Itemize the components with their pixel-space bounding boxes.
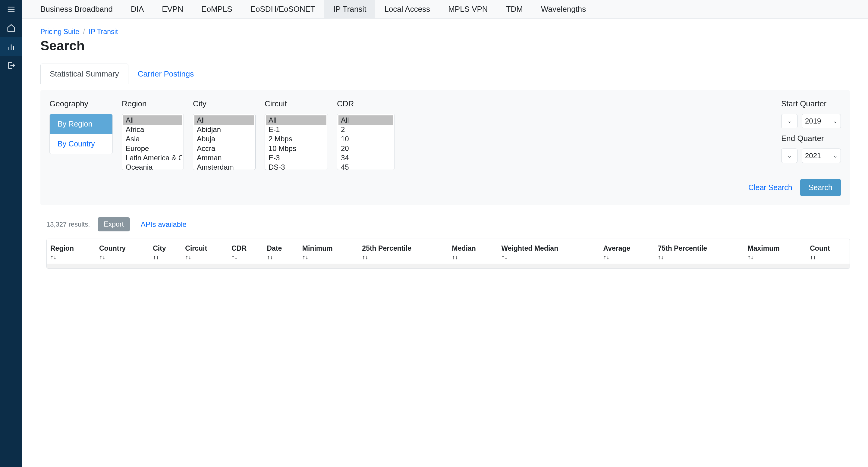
tab-tdm[interactable]: TDM: [506, 0, 523, 19]
nav-logout[interactable]: [0, 56, 22, 75]
end-quarter-label: End Quarter: [781, 134, 841, 143]
tab-mpls-vpn[interactable]: MPLS VPN: [448, 0, 488, 19]
main-content: Business Broadband DIA EVPN EoMPLS EoSDH…: [22, 0, 868, 467]
search-button[interactable]: Search: [800, 179, 841, 196]
region-option[interactable]: Latin America & Carib: [123, 153, 182, 162]
city-listbox[interactable]: All Abidjan Abuja Accra Amman Amsterdam …: [193, 114, 255, 170]
city-option[interactable]: Accra: [194, 144, 254, 153]
col-75th-percentile[interactable]: 75th Percentile↑↓: [654, 239, 744, 263]
col-minimum[interactable]: Minimum↑↓: [299, 239, 359, 263]
end-year-select[interactable]: 2021⌄: [802, 149, 841, 163]
col-date[interactable]: Date↑↓: [264, 239, 299, 263]
col-median[interactable]: Median↑↓: [448, 239, 498, 263]
tab-ip-transit[interactable]: IP Transit: [324, 0, 375, 19]
sort-icon[interactable]: ↑↓: [658, 254, 740, 260]
circuit-option[interactable]: 10 Mbps: [266, 144, 327, 153]
sort-icon[interactable]: ↑↓: [185, 254, 224, 260]
product-tabs: Business Broadband DIA EVPN EoMPLS EoSDH…: [22, 0, 868, 19]
start-year-select[interactable]: 2019⌄: [802, 114, 841, 128]
region-listbox[interactable]: All Africa Asia Europe Latin America & C…: [122, 114, 184, 170]
circuit-option[interactable]: DS-3: [266, 162, 327, 170]
sort-icon[interactable]: ↑↓: [810, 254, 846, 260]
region-option[interactable]: Oceania: [123, 162, 182, 170]
sort-icon[interactable]: ↑↓: [231, 254, 259, 260]
sort-icon[interactable]: ↑↓: [362, 254, 444, 260]
tab-evpn[interactable]: EVPN: [162, 0, 183, 19]
tab-business-broadband[interactable]: Business Broadband: [40, 0, 113, 19]
region-filter: Region All Africa Asia Europe Latin Amer…: [122, 99, 184, 170]
col-maximum[interactable]: Maximum↑↓: [744, 239, 807, 263]
cdr-option[interactable]: 34: [338, 153, 393, 162]
sort-icon[interactable]: ↑↓: [99, 254, 146, 260]
region-option[interactable]: Asia: [123, 134, 182, 144]
clear-search-link[interactable]: Clear Search: [748, 183, 792, 192]
breadcrumb-root[interactable]: Pricing Suite: [40, 28, 79, 36]
col-count[interactable]: Count↑↓: [806, 239, 849, 263]
sort-icon[interactable]: ↑↓: [748, 254, 803, 260]
circuit-option[interactable]: E-3: [266, 153, 327, 162]
circuit-option[interactable]: All: [266, 115, 327, 125]
sort-icon[interactable]: ↑↓: [267, 254, 295, 260]
city-option[interactable]: All: [194, 115, 254, 125]
cdr-option[interactable]: 2: [338, 125, 393, 134]
city-option[interactable]: Amsterdam: [194, 162, 254, 170]
col-country[interactable]: Country↑↓: [96, 239, 149, 263]
sort-icon[interactable]: ↑↓: [302, 254, 355, 260]
circuit-label: Circuit: [265, 99, 328, 108]
tab-local-access[interactable]: Local Access: [384, 0, 430, 19]
col-25th-percentile[interactable]: 25th Percentile↑↓: [358, 239, 448, 263]
tab-statistical-summary[interactable]: Statistical Summary: [40, 64, 128, 84]
end-quarter-select[interactable]: ⌄: [781, 149, 798, 163]
chevron-down-icon: ⌄: [833, 152, 838, 159]
circuit-option[interactable]: E-1: [266, 125, 327, 134]
tab-eosdh-eosonet[interactable]: EoSDH/EoSONET: [250, 0, 315, 19]
region-option[interactable]: All: [123, 115, 182, 125]
city-option[interactable]: Abuja: [194, 134, 254, 144]
start-year-value: 2019: [805, 117, 821, 125]
tab-wavelengths[interactable]: Wavelengths: [541, 0, 586, 19]
end-year-value: 2021: [805, 152, 821, 160]
circuit-listbox[interactable]: All E-1 2 Mbps 10 Mbps E-3 DS-3 FastE ST…: [265, 114, 328, 170]
cdr-option[interactable]: 45: [338, 162, 393, 170]
menu-toggle[interactable]: [0, 0, 22, 19]
export-button[interactable]: Export: [98, 217, 130, 231]
sort-icon[interactable]: ↑↓: [50, 254, 92, 260]
by-country-button[interactable]: By Country: [50, 134, 113, 154]
chevron-down-icon: ⌄: [787, 152, 792, 159]
tab-dia[interactable]: DIA: [131, 0, 144, 19]
region-option[interactable]: Africa: [123, 125, 182, 134]
region-option[interactable]: Europe: [123, 144, 182, 153]
city-option[interactable]: Amman: [194, 153, 254, 162]
nav-analytics[interactable]: [0, 37, 22, 56]
col-region[interactable]: Region↑↓: [47, 239, 96, 263]
cdr-listbox[interactable]: All 2 10 20 34 45 50 100: [337, 114, 395, 170]
by-region-button[interactable]: By Region: [50, 114, 113, 134]
hamburger-icon: [7, 5, 16, 14]
sort-icon[interactable]: ↑↓: [452, 254, 494, 260]
sort-icon[interactable]: ↑↓: [501, 254, 596, 260]
page-title: Search: [40, 38, 850, 53]
col-average[interactable]: Average↑↓: [599, 239, 654, 263]
col-weighted-median[interactable]: Weighted Median↑↓: [498, 239, 599, 263]
tab-carrier-postings[interactable]: Carrier Postings: [128, 64, 203, 84]
col-city[interactable]: City↑↓: [149, 239, 181, 263]
sort-icon[interactable]: ↑↓: [153, 254, 178, 260]
circuit-option[interactable]: 2 Mbps: [266, 134, 327, 144]
cdr-option[interactable]: 10: [338, 134, 393, 144]
nav-home[interactable]: [0, 19, 22, 37]
city-option[interactable]: Abidjan: [194, 125, 254, 134]
apis-available-link[interactable]: APIs available: [141, 220, 187, 229]
filter-panel: Geography By Region By Country Region Al…: [40, 90, 850, 205]
breadcrumb-leaf[interactable]: IP Transit: [89, 28, 118, 36]
cdr-option[interactable]: All: [338, 115, 393, 125]
results-table: Region↑↓ Country↑↓ City↑↓ Circuit↑↓ CDR↑…: [47, 239, 849, 269]
logout-icon: [7, 61, 16, 70]
col-circuit[interactable]: Circuit↑↓: [181, 239, 228, 263]
cdr-filter: CDR All 2 10 20 34 45 50 100: [337, 99, 395, 170]
tab-eompls[interactable]: EoMPLS: [201, 0, 232, 19]
start-quarter-label: Start Quarter: [781, 99, 841, 108]
start-quarter-select[interactable]: ⌄: [781, 114, 798, 128]
cdr-option[interactable]: 20: [338, 144, 393, 153]
sort-icon[interactable]: ↑↓: [603, 254, 650, 260]
col-cdr[interactable]: CDR↑↓: [228, 239, 263, 263]
